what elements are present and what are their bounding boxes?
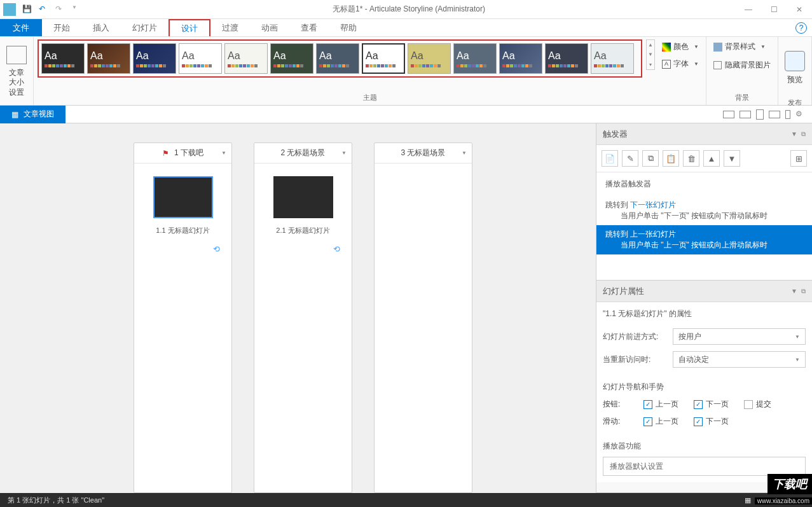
- save-icon[interactable]: 💾: [22, 4, 32, 15]
- watermark-url: www.xiazaiba.com: [755, 497, 812, 504]
- scene-body: 1.1 无标题幻灯片⟲: [134, 163, 231, 267]
- theme-thumbnail[interactable]: Aa: [453, 43, 497, 74]
- theme-thumbnail[interactable]: Aa: [408, 43, 451, 74]
- theme-swatches: [319, 64, 356, 67]
- undo-icon[interactable]: ↶: [39, 4, 49, 15]
- theme-thumbnail[interactable]: Aa: [591, 43, 634, 74]
- view-phone-portrait-icon[interactable]: [785, 110, 790, 119]
- theme-sample-text: Aa: [594, 50, 631, 62]
- story-canvas[interactable]: ⚑1 下载吧▼1.1 无标题幻灯片⟲2 无标题场景▼2.1 无标题幻灯片⟲3 无…: [0, 123, 596, 493]
- tab-file[interactable]: 文件: [0, 19, 42, 36]
- scene-title: 3 无标题场景: [401, 148, 445, 158]
- theme-thumbnail[interactable]: Aa: [545, 43, 588, 74]
- panel-menu-icon[interactable]: ▼: [791, 130, 797, 138]
- view-desktop-icon[interactable]: [723, 111, 734, 118]
- tab-view[interactable]: 查看: [289, 19, 329, 36]
- advance-select[interactable]: 按用户▼: [673, 328, 806, 345]
- view-phone-landscape-icon[interactable]: [769, 111, 780, 118]
- scene-header[interactable]: 2 无标题场景▼: [254, 143, 352, 163]
- theme-thumbnail[interactable]: Aa: [499, 43, 542, 74]
- theme-swatches: [366, 64, 401, 67]
- maximize-button[interactable]: ☐: [761, 0, 787, 19]
- themes-gallery-dropdown[interactable]: ▲ ▼ ▾: [646, 39, 655, 70]
- chevron-down-icon[interactable]: ▼: [341, 150, 347, 156]
- scene-header[interactable]: ⚑1 下载吧▼: [134, 143, 231, 163]
- preview-button[interactable]: 预览: [782, 39, 808, 97]
- theme-thumbnail[interactable]: Aa: [133, 43, 176, 74]
- scene-card[interactable]: 3 无标题场景▼: [374, 142, 472, 493]
- chevron-down-icon: ▼: [694, 44, 699, 50]
- quick-access-toolbar: 💾 ↶ ↷ ▼: [22, 4, 82, 15]
- bg-styles-button[interactable]: 背景样式 ▼: [710, 39, 769, 54]
- link-icon[interactable]: ⟲: [213, 244, 220, 254]
- gallery-down-icon[interactable]: ▼: [647, 50, 654, 59]
- view-tablet-portrait-icon[interactable]: [756, 109, 764, 120]
- view-tablet-landscape-icon[interactable]: [740, 111, 751, 118]
- trigger-up-button[interactable]: ▲: [703, 150, 720, 167]
- chevron-down-icon[interactable]: ▼: [221, 150, 226, 156]
- hide-bg-checkbox[interactable]: 隐藏背景图片: [710, 58, 774, 73]
- status-view-icon[interactable]: ▦: [745, 496, 751, 504]
- theme-thumbnail[interactable]: Aa: [224, 43, 268, 74]
- theme-thumbnail[interactable]: Aa: [179, 43, 222, 74]
- slide-row-label: 滑动:: [603, 416, 628, 427]
- minimize-button[interactable]: —: [736, 0, 761, 19]
- slide-thumbnail[interactable]: [153, 176, 213, 218]
- gallery-expand-icon[interactable]: ▾: [647, 60, 654, 69]
- tab-transitions[interactable]: 过渡: [210, 19, 250, 36]
- revisit-select[interactable]: 自动决定▼: [673, 351, 806, 368]
- trigger-variables-button[interactable]: ⊞: [790, 150, 807, 167]
- link-icon[interactable]: ⟲: [333, 244, 340, 254]
- advance-label: 幻灯片前进方式:: [603, 331, 666, 342]
- colors-button[interactable]: 颜色 ▼: [659, 39, 702, 54]
- tab-slides[interactable]: 幻灯片: [121, 19, 169, 36]
- slide-thumbnail[interactable]: [273, 176, 333, 218]
- gallery-up-icon[interactable]: ▲: [647, 40, 654, 50]
- theme-sample-text: Aa: [182, 50, 219, 62]
- submit-button-checkbox[interactable]: 提交: [744, 399, 771, 410]
- story-size-button[interactable]: 文章 大小 设置: [4, 43, 29, 101]
- help-icon[interactable]: ?: [795, 22, 807, 34]
- trigger-copy-button[interactable]: ⧉: [642, 150, 659, 167]
- tab-animations[interactable]: 动画: [250, 19, 289, 36]
- gear-icon[interactable]: ⚙: [795, 109, 806, 120]
- panel-menu-icon[interactable]: ▼: [791, 288, 797, 295]
- panel-undock-icon[interactable]: ⧉: [801, 130, 806, 138]
- tab-design[interactable]: 设计: [169, 19, 210, 36]
- qat-dropdown-icon[interactable]: ▼: [72, 4, 82, 15]
- panel-undock-icon[interactable]: ⧉: [801, 288, 806, 295]
- theme-thumbnail[interactable]: Aa: [41, 43, 85, 74]
- chevron-down-icon[interactable]: ▼: [462, 150, 467, 156]
- tab-home[interactable]: 开始: [42, 19, 81, 36]
- fonts-button[interactable]: A 字体 ▼: [659, 57, 702, 71]
- next-swipe-checkbox[interactable]: ✓下一页: [694, 416, 729, 427]
- player-default-select[interactable]: 播放器默认设置: [603, 457, 806, 476]
- trigger-new-button[interactable]: 📄: [602, 150, 618, 167]
- tab-insert[interactable]: 插入: [81, 19, 121, 36]
- trigger-toolbar: 📄 ✎ ⧉ 📋 🗑 ▲ ▼ ⊞: [596, 145, 812, 172]
- scene-card[interactable]: ⚑1 下载吧▼1.1 无标题幻灯片⟲: [134, 142, 232, 493]
- prev-swipe-checkbox[interactable]: ✓上一页: [643, 416, 678, 427]
- theme-swatches: [457, 64, 493, 67]
- next-button-checkbox[interactable]: ✓下一页: [694, 399, 729, 410]
- theme-thumbnail[interactable]: Aa: [87, 43, 130, 74]
- trigger-edit-button[interactable]: ✎: [622, 150, 638, 167]
- scene-card[interactable]: 2 无标题场景▼2.1 无标题幻灯片⟲: [254, 142, 352, 493]
- player-feat-title: 播放器功能: [603, 441, 806, 452]
- close-button[interactable]: ✕: [787, 0, 812, 19]
- trigger-paste-button[interactable]: 📋: [663, 150, 679, 167]
- trigger-item-next[interactable]: 跳转到 下一张幻灯片 当用户单击 "下一页" 按钮或向下滑动鼠标时: [596, 196, 812, 225]
- prev-button-checkbox[interactable]: ✓上一页: [643, 399, 678, 410]
- trigger-item-prev[interactable]: 跳转到 上一张幻灯片 当用户单击 "上一页" 按钮或向上滑动鼠标时: [596, 225, 812, 254]
- theme-thumbnail[interactable]: Aa: [270, 43, 313, 74]
- redo-icon[interactable]: ↷: [55, 4, 65, 15]
- document-tab[interactable]: ▦ 文章视图: [0, 106, 65, 123]
- tab-help[interactable]: 帮助: [329, 19, 368, 36]
- theme-thumbnail[interactable]: Aa: [316, 43, 359, 74]
- scene-header[interactable]: 3 无标题场景▼: [375, 143, 472, 163]
- scene-title: 2 无标题场景: [280, 148, 325, 158]
- theme-thumbnail[interactable]: Aa: [362, 43, 405, 74]
- trigger-delete-button[interactable]: 🗑: [683, 150, 699, 167]
- trigger-down-button[interactable]: ▼: [724, 150, 740, 167]
- theme-sample-text: Aa: [319, 50, 356, 62]
